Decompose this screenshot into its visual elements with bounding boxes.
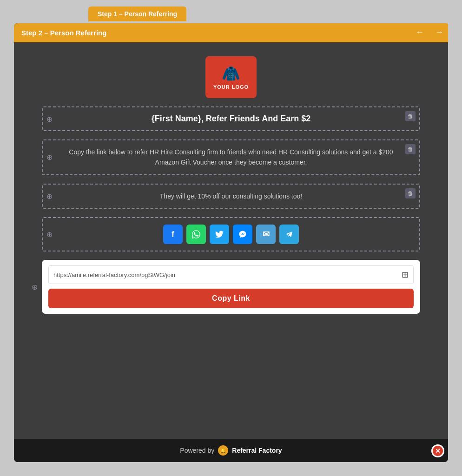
share-drag-handle[interactable]: ⊕ <box>46 230 53 239</box>
panel-header-title: Step 2 – Person Referring <box>21 29 106 37</box>
description-delete-button[interactable]: 🗑 <box>405 144 416 154</box>
subtext-text: They will get 10% off our consulting sol… <box>61 191 401 201</box>
footer-brand-name: Referral Factory <box>232 447 282 454</box>
back-arrow-button[interactable]: ← <box>411 23 429 41</box>
share-buttons-block: ⊕ f ✉ <box>42 217 420 251</box>
forward-arrow-icon: → <box>435 27 443 37</box>
close-button[interactable]: ✕ <box>431 444 444 457</box>
headline-delete-button[interactable]: 🗑 <box>405 111 416 121</box>
share-messenger-button[interactable] <box>233 225 252 244</box>
referral-link-wrapper: ⊕ https://amile.referral-factory.com/pgS… <box>42 260 420 314</box>
logo-box: 🧥 YOUR LOGO <box>205 56 257 98</box>
referral-drag-handle[interactable]: ⊕ <box>32 283 38 291</box>
share-whatsapp-button[interactable] <box>186 225 206 244</box>
qr-code-icon[interactable]: ⊞ <box>402 270 409 280</box>
share-telegram-button[interactable] <box>279 225 299 244</box>
outer-container: Step 1 – Person Referring ← → Step 2 – P… <box>0 0 462 476</box>
footer-logo-icon: 🔔 <box>218 445 228 456</box>
headline-text: {First Name}, Refer Friends And Earn $2 <box>61 114 401 124</box>
share-email-button[interactable]: ✉ <box>256 225 276 244</box>
referral-link-block: https://amile.referral-factory.com/pgStW… <box>42 260 420 314</box>
nav-arrows: ← → <box>411 23 448 41</box>
headline-block: ⊕ {First Name}, Refer Friends And Earn $… <box>42 106 420 131</box>
panel-footer: Powered by 🔔 Referral Factory <box>14 439 448 462</box>
description-drag-handle[interactable]: ⊕ <box>46 153 53 162</box>
panel-content: 🧥 YOUR LOGO ⊕ {First Name}, Refer Friend… <box>14 42 448 439</box>
main-panel: Step 2 – Person Referring 🧥 YOUR LOGO ⊕ … <box>14 23 448 462</box>
share-twitter-button[interactable] <box>210 225 229 244</box>
panel-header: Step 2 – Person Referring <box>14 23 448 42</box>
footer-powered-by: Powered by <box>180 447 214 454</box>
subtext-block: ⊕ They will get 10% off our consulting s… <box>42 184 420 209</box>
referral-url-text: https://amile.referral-factory.com/pgStW… <box>53 271 398 278</box>
logo-icon: 🧥 <box>222 65 240 82</box>
subtext-drag-handle[interactable]: ⊕ <box>46 192 53 200</box>
step1-tab[interactable]: Step 1 – Person Referring <box>88 7 186 21</box>
description-text: Copy the link below to refer HR Hire Con… <box>61 147 401 168</box>
headline-drag-handle[interactable]: ⊕ <box>46 114 53 123</box>
forward-arrow-button[interactable]: → <box>430 23 448 41</box>
copy-link-button[interactable]: Copy Link <box>48 289 414 308</box>
logo-text: YOUR LOGO <box>213 84 249 90</box>
description-block: ⊕ Copy the link below to refer HR Hire C… <box>42 139 420 175</box>
subtext-delete-button[interactable]: 🗑 <box>405 188 416 198</box>
back-arrow-icon: ← <box>416 27 424 37</box>
share-facebook-button[interactable]: f <box>163 225 183 244</box>
link-url-row: https://amile.referral-factory.com/pgStW… <box>48 265 414 284</box>
step1-tab-label: Step 1 – Person Referring <box>98 10 177 18</box>
share-row: f ✉ <box>61 225 401 244</box>
